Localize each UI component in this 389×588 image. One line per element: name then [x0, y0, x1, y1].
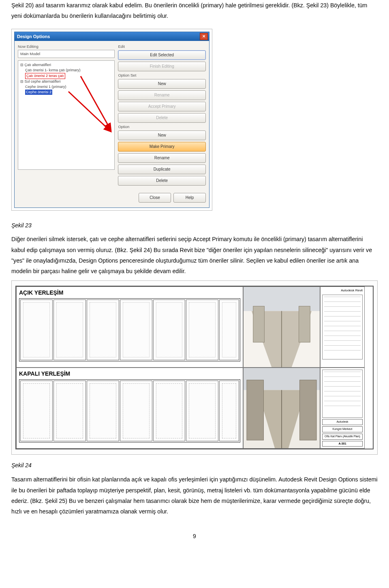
- figure-24: AÇIK YERLEŞİM Autodesk Revit: [11, 280, 378, 455]
- titleblock-drawing: Ofis Kat Planı (Akustik Plan): [322, 434, 363, 440]
- figure-23-caption: Şekil 23: [11, 220, 378, 231]
- perspective-closed: [243, 368, 320, 449]
- perspective-open: [243, 287, 320, 368]
- perspective-closed-icon: [244, 368, 320, 448]
- option-make-primary-button[interactable]: Make Primary: [118, 142, 206, 152]
- paragraph-2: Diğer önerileri silmek istersek, çatı ve…: [11, 234, 378, 276]
- option-delete-button[interactable]: Delete: [118, 176, 206, 186]
- optionset-rename-button[interactable]: Rename: [118, 90, 206, 100]
- figure-23: Design Options ✕ Now Editing Main Model …: [11, 29, 212, 211]
- titleblock-project: Kongre Merkezi: [322, 426, 363, 432]
- finish-editing-button[interactable]: Finish Editing: [118, 62, 206, 71]
- plan-open-label: AÇIK YERLEŞİM: [19, 289, 240, 296]
- svg-rect-6: [253, 306, 265, 342]
- option-new-button[interactable]: New: [118, 130, 206, 140]
- titleblock-brand: Autodesk Revit: [322, 289, 363, 292]
- dialog-help-button[interactable]: Help: [173, 193, 206, 203]
- optionset-new-button[interactable]: New: [118, 79, 206, 89]
- group-option: Option: [118, 124, 206, 129]
- now-editing-label: Now Editing: [18, 44, 115, 49]
- group-option-set: Option Set: [118, 73, 206, 77]
- dialog-title: Design Options: [17, 34, 50, 39]
- group-edit: Edit: [118, 44, 206, 49]
- edit-selected-button[interactable]: Edit Selected: [118, 50, 206, 60]
- now-editing-field[interactable]: Main Model: [18, 50, 115, 58]
- figure-24-caption: Şekil 24: [11, 460, 378, 471]
- options-tree[interactable]: ⊟ Çatı alternatifleri Çatı önerisi 1- kı…: [18, 60, 115, 170]
- plan-closed: KAPALI YERLEŞİM: [16, 368, 243, 449]
- titleblock-bottom: Autodesk Kongre Merkezi Ofis Kat Planı (…: [320, 368, 365, 449]
- titleblock-top: Autodesk Revit: [320, 287, 365, 368]
- plan-closed-label: KAPALI YERLEŞİM: [19, 370, 240, 377]
- dialog-close-button[interactable]: Close: [139, 193, 171, 203]
- page-number: 9: [11, 533, 378, 539]
- design-options-dialog: Design Options ✕ Now Editing Main Model …: [14, 32, 209, 208]
- paragraph-1: Şekil 20) asıl tasarım kararımız olarak …: [11, 0, 378, 21]
- drawing-sheet: AÇIK YERLEŞİM Autodesk Revit: [15, 286, 374, 449]
- option-rename-button[interactable]: Rename: [118, 153, 206, 163]
- svg-rect-11: [247, 380, 264, 440]
- optionset-accept-primary-button[interactable]: Accept Primary: [118, 102, 206, 111]
- plan-open: AÇIK YERLEŞİM: [16, 287, 243, 368]
- option-duplicate-button[interactable]: Duplicate: [118, 165, 206, 174]
- callout-arrows-icon: [28, 61, 117, 166]
- paragraph-3: Tasarım alternatiflerini bir ofisin kat …: [11, 474, 378, 517]
- dialog-titlebar: Design Options ✕: [15, 32, 209, 41]
- titleblock-number: A-301: [322, 441, 363, 447]
- titleblock-owner: Autodesk: [322, 419, 363, 425]
- perspective-open-icon: [244, 287, 320, 367]
- close-icon[interactable]: ✕: [200, 33, 208, 40]
- svg-line-1: [68, 92, 111, 132]
- svg-rect-7: [299, 306, 310, 342]
- optionset-delete-button[interactable]: Delete: [118, 113, 206, 123]
- svg-line-0: [81, 76, 111, 130]
- svg-rect-12: [300, 380, 317, 440]
